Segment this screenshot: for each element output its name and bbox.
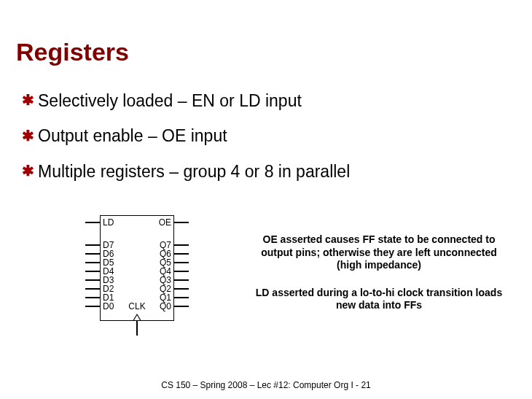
wire [85, 244, 100, 246]
pin-ld: LD [103, 218, 114, 227]
register-diagram: LD OE D7 D6 D5 D4 D3 D2 D1 D0 Q7 Q6 Q5 Q… [82, 215, 191, 339]
wire [85, 288, 100, 290]
wire [85, 297, 100, 298]
pin-clk: CLK [128, 302, 145, 311]
wire [85, 306, 100, 307]
wire-clk [136, 321, 138, 336]
note-oe: OE asserted causes FF state to be connec… [255, 233, 503, 272]
pin-q: Q0 [160, 302, 171, 311]
pin-oe: OE [159, 218, 171, 227]
clock-edge-icon [133, 314, 141, 321]
bullet-text: Output enable – OE input [38, 126, 227, 145]
wire [174, 297, 189, 298]
wire [174, 306, 189, 307]
chip-body: LD OE D7 D6 D5 D4 D3 D2 D1 D0 Q7 Q6 Q5 Q… [100, 215, 174, 321]
bullet-item: ✱Selectively loaded – EN or LD input [22, 91, 350, 110]
bullet-text: Multiple registers – group 4 or 8 in par… [38, 162, 350, 181]
wire [174, 244, 189, 246]
bullet-text: Selectively loaded – EN or LD input [38, 91, 302, 110]
slide-footer: CS 150 – Spring 2008 – Lec #12: Computer… [0, 380, 532, 390]
wire [174, 279, 189, 281]
wire [85, 253, 100, 255]
wire [174, 253, 189, 255]
slide-title: Registers [16, 38, 129, 66]
bullet-item: ✱Multiple registers – group 4 or 8 in pa… [22, 162, 350, 181]
bullet-icon: ✱ [22, 128, 38, 144]
wire [174, 288, 189, 290]
wire [174, 222, 189, 223]
notes: OE asserted causes FF state to be connec… [255, 233, 503, 327]
wire [85, 279, 100, 281]
wire [85, 271, 100, 272]
wire [85, 262, 100, 263]
bullet-list: ✱Selectively loaded – EN or LD input ✱Ou… [22, 91, 350, 197]
wire [85, 222, 100, 223]
wire [174, 262, 189, 263]
bullet-icon: ✱ [22, 92, 38, 109]
bullet-item: ✱Output enable – OE input [22, 126, 350, 145]
note-ld: LD asserted during a lo-to-hi clock tran… [255, 287, 503, 312]
bullet-icon: ✱ [22, 163, 38, 179]
pin-d: D0 [103, 302, 114, 311]
wire [174, 271, 189, 272]
slide: Registers ✱Selectively loaded – EN or LD… [0, 0, 532, 399]
